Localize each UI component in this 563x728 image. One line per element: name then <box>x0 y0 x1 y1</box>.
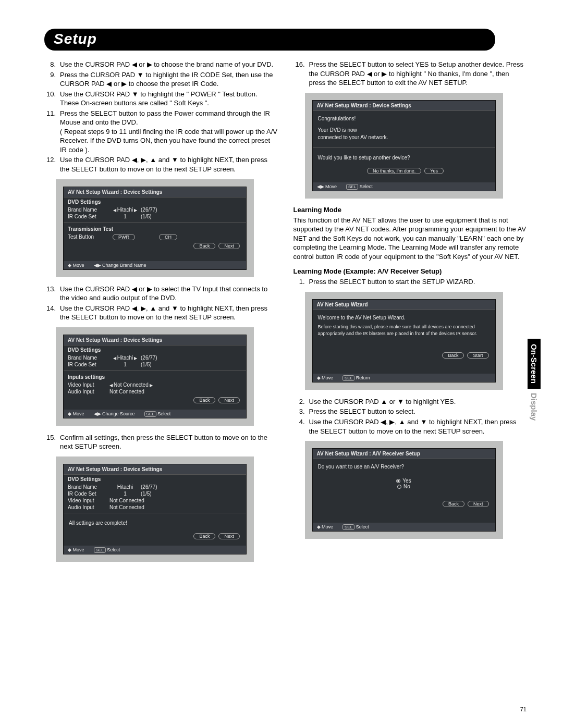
radio-icon <box>396 479 400 483</box>
chapter-title: Setup <box>54 31 97 47</box>
example-step-1: 1.Press the SELECT button to start the S… <box>293 277 527 287</box>
steps-8-12: 8.Use the CURSOR PAD ◀ or ▶ to choose th… <box>44 60 278 174</box>
page-number: 71 <box>520 706 527 712</box>
osd-screenshot-1: AV Net Setup Wizard : Device Settings DV… <box>56 179 254 277</box>
osd-screenshot-4: AV Net Setup Wizard : Device Settings Co… <box>305 93 503 199</box>
step-16: 16.Press the SELECT button to select YES… <box>293 60 527 88</box>
left-column: 8.Use the CURSOR PAD ◀ or ▶ to choose th… <box>44 60 278 569</box>
side-tab: On-Screen Display <box>528 339 542 425</box>
example-steps-2-4: 2.Use the CURSOR PAD ▲ or ▼ to highlight… <box>293 397 527 436</box>
chapter-header: Setup <box>44 29 495 51</box>
radio-icon <box>397 485 401 489</box>
heading-learning-mode: Learning Mode <box>293 206 527 214</box>
osd-screenshot-2: AV Net Setup Wizard : Device Settings DV… <box>56 327 254 426</box>
osd-screenshot-5: AV Net Setup Wizard Welcome to the AV Ne… <box>305 292 503 390</box>
two-column-layout: 8.Use the CURSOR PAD ◀ or ▶ to choose th… <box>44 60 527 569</box>
manual-page: Setup 8.Use the CURSOR PAD ◀ or ▶ to cho… <box>0 0 563 728</box>
side-tab-inactive: Display <box>528 389 541 425</box>
paragraph-learning-mode: This function of the AV NET allows the u… <box>293 216 527 262</box>
steps-13-14: 13.Use the CURSOR PAD ◀ or ▶ to select t… <box>44 285 278 322</box>
osd-screenshot-6: AV Net Setup Wizard : A/V Receiver Setup… <box>305 441 503 539</box>
right-column: 16.Press the SELECT button to select YES… <box>293 60 527 569</box>
step-15: 15.Confirm all settings, then press the … <box>44 433 278 451</box>
heading-learning-example: Learning Mode (Example: A/V Receiver Set… <box>293 267 527 275</box>
side-tab-active: On-Screen <box>528 339 541 389</box>
osd-screenshot-3: AV Net Setup Wizard : Device Settings DV… <box>56 456 254 562</box>
